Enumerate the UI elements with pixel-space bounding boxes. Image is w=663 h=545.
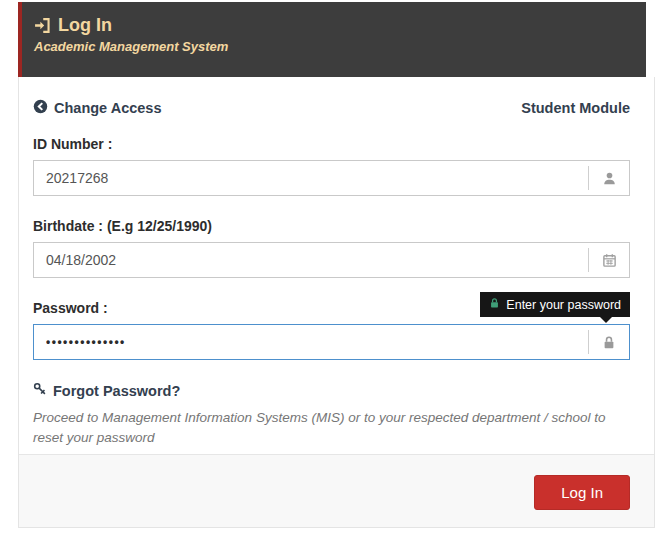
key-icon [33,382,47,399]
password-tooltip-text: Enter your password [506,298,621,312]
login-button[interactable]: Log In [534,475,630,510]
password-group: Enter your password Password : [33,300,630,360]
lock-icon [589,335,629,350]
password-input[interactable] [34,325,588,359]
birthdate-input-group [33,242,630,278]
page-title: Log In [58,15,112,36]
user-icon [589,171,629,186]
lock-icon [489,297,500,312]
access-row: Change Access Student Module [33,99,630,117]
panel-footer: Log In [19,454,654,527]
birthdate-label: Birthdate : (E.g 12/25/1990) [33,218,630,234]
birthdate-input[interactable] [34,243,588,277]
panel-header: Log In Academic Management System [18,2,646,77]
id-number-input-group [33,160,630,196]
login-panel: Change Access Student Module ID Number : [18,77,655,528]
id-number-label: ID Number : [33,136,630,152]
reset-note: Proceed to Management Information System… [33,408,630,447]
sign-in-icon [34,17,51,34]
login-page: Log In Academic Management System Change… [0,0,663,545]
module-label: Student Module [521,100,630,116]
password-input-group [33,324,630,360]
change-access-label: Change Access [54,100,161,116]
id-number-input[interactable] [34,161,588,195]
password-tooltip: Enter your password [480,292,630,317]
forgot-password-link[interactable]: Forgot Password? [33,382,630,399]
id-number-group: ID Number : [33,136,630,196]
arrow-circle-left-icon [33,99,48,117]
change-access-link[interactable]: Change Access [33,99,161,117]
forgot-password-label: Forgot Password? [53,383,180,399]
birthdate-group: Birthdate : (E.g 12/25/1990) [33,218,630,278]
calendar-icon [589,253,629,268]
page-subtitle: Academic Management System [34,39,646,54]
